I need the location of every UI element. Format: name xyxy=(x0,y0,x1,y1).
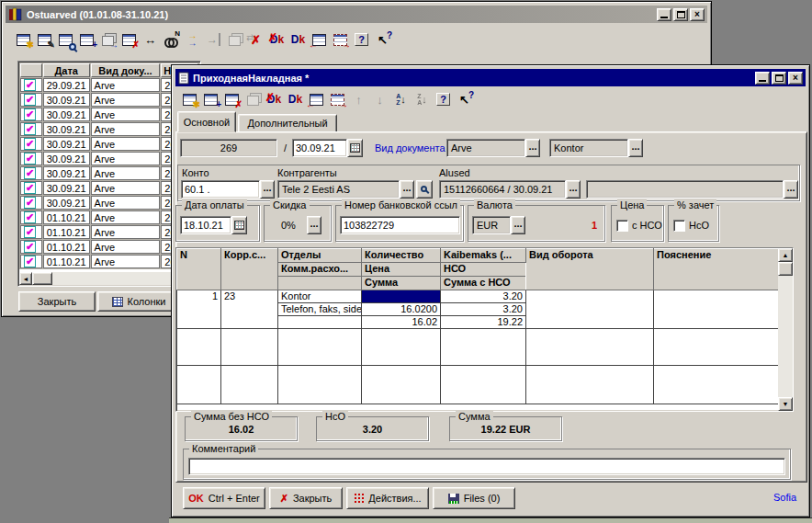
close-x-icon: ✗ xyxy=(280,493,288,505)
checked-icon: ✔ xyxy=(24,241,36,253)
checked-icon: ✔ xyxy=(24,79,36,91)
taskbar-edge xyxy=(169,517,812,523)
delete-record-icon[interactable]: ✗ xyxy=(118,30,140,49)
posting-dk-icon[interactable]: Dk xyxy=(288,30,309,49)
dialog-title: ПриходнаяНакладная * xyxy=(193,73,751,84)
cancel-posting-dk-icon[interactable]: Dk✗ xyxy=(264,90,285,108)
sort-az-icon[interactable]: AZ↓ xyxy=(390,90,412,108)
ostuarved-toolbar: ✱ ✎ + → ✗ ↔ N →→ → ⇄✗ Dk✗ Dk ← → ? ↖? xyxy=(13,29,393,50)
ostuarved-titlebar[interactable]: Ostuarved (01.01.08-31.10.21) × xyxy=(6,6,707,23)
add-row-icon[interactable]: + xyxy=(200,90,221,108)
tab-additional[interactable]: Дополнительный xyxy=(238,114,337,132)
new-record-icon[interactable]: ✱ xyxy=(179,90,200,108)
maximize-icon[interactable] xyxy=(772,72,786,85)
copy-documents-icon[interactable] xyxy=(224,30,245,49)
minimize-icon[interactable] xyxy=(755,72,770,85)
context-help-icon[interactable]: ↖? xyxy=(454,90,475,108)
files-button[interactable]: Files (0) xyxy=(433,487,515,509)
export-rows-icon[interactable]: →→ xyxy=(182,30,203,49)
actions-dots-icon xyxy=(354,493,364,504)
entries-in-icon[interactable]: ← xyxy=(306,90,327,108)
move-up-icon[interactable]: ↑ xyxy=(348,90,369,108)
checked-icon: ✔ xyxy=(24,182,36,194)
checked-icon: ✔ xyxy=(24,153,36,165)
delete-row-icon[interactable]: ✗ xyxy=(221,90,242,108)
minimize-icon[interactable] xyxy=(657,8,671,21)
dialog-titlebar[interactable]: ПриходнаяНакладная * × xyxy=(175,69,806,86)
col-check[interactable] xyxy=(20,63,42,77)
actions-button[interactable]: Действия... xyxy=(346,487,429,509)
checked-icon: ✔ xyxy=(24,123,36,135)
checked-icon: ✔ xyxy=(24,256,36,267)
help-icon[interactable]: ? xyxy=(433,90,454,108)
move-down-icon[interactable]: ↓ xyxy=(369,90,390,108)
checked-icon: ✔ xyxy=(24,94,36,106)
post-document-icon[interactable]: → xyxy=(203,30,224,49)
entries-in-icon[interactable]: ← xyxy=(309,30,330,49)
checked-icon: ✔ xyxy=(24,108,36,120)
col-doc-type[interactable]: Вид доку... xyxy=(91,63,161,77)
checked-icon: ✔ xyxy=(24,211,36,223)
document-icon xyxy=(178,72,189,85)
maximize-icon[interactable] xyxy=(673,8,688,21)
entries-out-icon[interactable]: → xyxy=(327,90,348,108)
app-books-icon xyxy=(8,7,23,21)
copy-record-icon[interactable]: → xyxy=(97,30,118,49)
disk-icon xyxy=(448,494,459,504)
cancel-posting-dk-icon[interactable]: Dk✗ xyxy=(266,30,288,49)
copy-row-icon[interactable] xyxy=(242,90,264,108)
edit-record-icon[interactable]: ✎ xyxy=(34,30,55,49)
close-list-button[interactable]: Закрыть xyxy=(18,291,96,312)
scroll-thumb[interactable] xyxy=(32,272,52,285)
columns-grid-icon xyxy=(112,297,123,307)
help-icon[interactable]: ? xyxy=(351,30,372,49)
fit-columns-icon[interactable]: ↔ xyxy=(140,30,161,49)
close-icon[interactable]: × xyxy=(690,8,705,21)
checked-icon: ✔ xyxy=(24,138,36,150)
delete-marked-icon[interactable]: ⇄✗ xyxy=(245,30,266,49)
posting-dk-icon[interactable]: Dk xyxy=(285,90,306,108)
checked-icon: ✔ xyxy=(24,226,36,238)
entries-out-icon[interactable]: → xyxy=(330,30,351,49)
columns-button[interactable]: Колонки xyxy=(97,291,180,312)
sort-za-icon[interactable]: ZA↓ xyxy=(412,90,433,108)
desktop: { "ui": { "slash": "/", "browse": "..." … xyxy=(0,0,812,523)
add-record-icon[interactable]: + xyxy=(76,30,97,49)
scroll-left-icon[interactable]: ◄ xyxy=(19,272,32,285)
ok-button[interactable]: OK Ctrl + Enter xyxy=(183,487,265,509)
close-icon[interactable]: × xyxy=(788,72,803,85)
tab-page xyxy=(175,131,807,483)
tab-main[interactable]: Основной xyxy=(177,111,236,132)
invoice-dialog: ПриходнаяНакладная * × ✱ + ✗ Dk✗ Dk ← → … xyxy=(171,64,810,517)
status-user: Sofia xyxy=(773,492,796,503)
context-help-icon[interactable]: ↖? xyxy=(372,30,393,49)
new-record-icon[interactable]: ✱ xyxy=(13,30,34,49)
col-date[interactable]: Дата xyxy=(43,63,90,77)
checked-icon: ✔ xyxy=(24,167,36,179)
find-number-icon[interactable]: N xyxy=(161,30,182,49)
window-title: Ostuarved (01.01.08-31.10.21) xyxy=(27,9,653,20)
dialog-toolbar: ✱ + ✗ Dk✗ Dk ← → ↑ ↓ AZ↓ ZA↓ ? ↖? xyxy=(179,89,475,109)
preview-record-icon[interactable] xyxy=(55,30,76,49)
checked-icon: ✔ xyxy=(24,197,36,209)
ok-mark: OK xyxy=(188,493,204,504)
close-dialog-button[interactable]: ✗ Закрыть xyxy=(269,487,343,509)
